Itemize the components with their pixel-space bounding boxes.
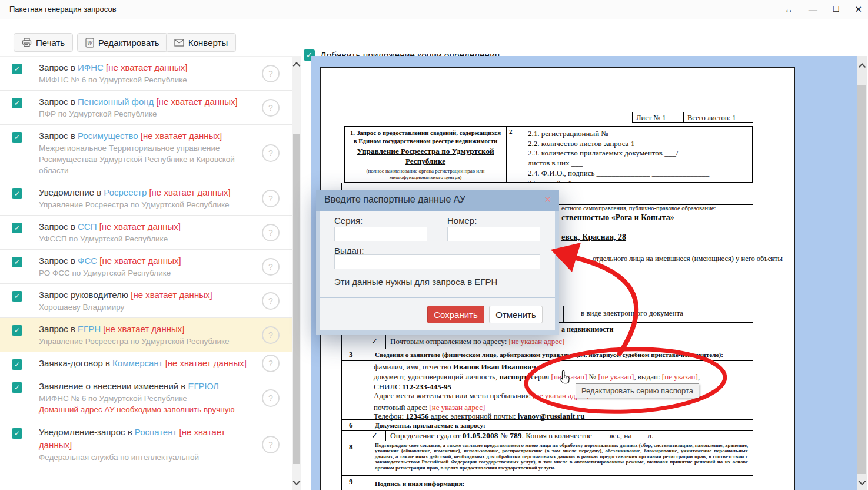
item-checkbox[interactable]: ✓: [12, 223, 22, 233]
help-icon[interactable]: ?: [262, 144, 280, 162]
item-subtitle: Управление Росреестра по Удмуртской Респ…: [39, 336, 254, 347]
row8-number: 8: [349, 442, 353, 452]
item-link[interactable]: Росреестр: [104, 187, 147, 197]
save-button[interactable]: Сохранить: [427, 306, 484, 323]
postal-address[interactable]: почтовый адрес: [не указан адрес]: [374, 403, 485, 412]
list-item[interactable]: ✓Запрос в ЕГРН [не хватает данных]Управл…: [0, 318, 292, 352]
item-text: Запрос в Пенсионный фонд [не хватает дан…: [39, 95, 254, 120]
cancel-button[interactable]: Отменить: [489, 306, 543, 323]
preview-scrollbar[interactable]: [857, 56, 867, 490]
list-item[interactable]: ✓Уведомление-запрос в Роспатент [не хват…: [0, 421, 292, 468]
list-item[interactable]: ✓Заявка-договор в Коммерсант [не хватает…: [0, 352, 292, 375]
edit-button[interactable]: W Редактировать: [77, 33, 168, 52]
help-icon[interactable]: ?: [262, 190, 280, 207]
item-title-text: Запрос в: [39, 221, 78, 231]
list-scrollbar-thumb[interactable]: [293, 134, 300, 464]
list-item[interactable]: ✓Запрос в Пенсионный фонд [не хватает да…: [0, 91, 292, 125]
print-label: Печать: [36, 38, 65, 48]
item-checkbox[interactable]: ✓: [12, 257, 22, 267]
item-checkbox[interactable]: ✓: [12, 291, 22, 302]
help-icon[interactable]: ?: [262, 326, 280, 344]
list-item[interactable]: ✓Запрос в ФСС [не хватает данных]РО ФСС …: [0, 250, 292, 284]
help-icon[interactable]: ?: [262, 65, 280, 82]
print-button[interactable]: Печать: [14, 33, 73, 52]
close-icon[interactable]: ✕: [854, 0, 862, 19]
item-link[interactable]: ССП: [78, 221, 97, 231]
attachment-row: Определение суда от 01.05.2008 № 789. Ко…: [390, 431, 654, 441]
registration-org: Управление Росреестра по Удмуртской Респ…: [345, 146, 506, 166]
passport-dialog-titlebar[interactable]: Введите паспортные данные АУ ✕: [316, 190, 559, 211]
item-checkbox[interactable]: ✓: [12, 98, 22, 108]
help-icon[interactable]: ?: [262, 355, 280, 372]
number-input[interactable]: [447, 227, 540, 241]
item-link[interactable]: Пенсионный фонд: [78, 97, 154, 107]
missing-data-flag: [не хватает данных]: [149, 187, 230, 197]
envelopes-button[interactable]: Конверты: [166, 33, 236, 52]
item-text: Заявление о внесении изменений в ЕГРЮЛМИ…: [39, 380, 254, 416]
applicant-address[interactable]: Адрес места жительства или места пребыва…: [374, 391, 588, 400]
issued-input[interactable]: [334, 254, 540, 269]
help-icon[interactable]: ?: [262, 99, 280, 117]
item-text: Уведомление-запрос в Роспатент [не хвата…: [39, 426, 254, 463]
number-label: Номер:: [447, 216, 477, 226]
item-checkbox[interactable]: ✓: [12, 64, 22, 74]
list-item[interactable]: ✓Запрос руководителю [не хватает данных]…: [0, 284, 292, 318]
item-link[interactable]: Росимущество: [78, 131, 138, 141]
maximize-icon[interactable]: ☐: [833, 0, 840, 19]
help-icon[interactable]: ?: [262, 292, 280, 310]
applicant-passport-line[interactable]: документ, удостоверяющий личность, паспо…: [374, 372, 700, 382]
item-link[interactable]: ЕГРЮЛ: [188, 381, 218, 391]
list-item[interactable]: ✓Заявление о внесении изменений в ЕГРЮЛМ…: [0, 375, 292, 421]
scroll-up-icon[interactable]: [293, 62, 301, 69]
item-checkbox[interactable]: ✓: [12, 428, 22, 439]
missing-data-flag: [не хватает данных]: [156, 97, 237, 107]
item-text: Запрос в Росимущество [не хватает данных…: [39, 130, 254, 176]
missing-data-flag: [не хватает данных]: [141, 131, 222, 141]
item-title-text: Запрос в: [39, 131, 78, 141]
item-link[interactable]: Коммерсант: [112, 358, 162, 368]
help-icon[interactable]: ?: [262, 258, 280, 276]
toolbar: Печать W Редактировать Конверты ✓ Добави…: [0, 19, 868, 56]
preview-scroll-up-icon[interactable]: [858, 63, 866, 71]
item-link[interactable]: ФСС: [78, 256, 97, 266]
item-checkbox[interactable]: ✓: [12, 325, 22, 336]
help-icon[interactable]: ?: [262, 436, 280, 453]
request-title-cell: 1. Запрос о предоставлении сведений, сод…: [345, 127, 507, 182]
missing-data-flag: [не хватает данных]: [106, 62, 187, 72]
preview-scrollbar-thumb[interactable]: [857, 85, 866, 474]
item-checkbox[interactable]: ✓: [12, 359, 22, 370]
minimize-icon[interactable]: —: [809, 0, 817, 19]
series-input[interactable]: [334, 227, 427, 241]
resize-horizontal-icon[interactable]: ↔: [784, 0, 793, 19]
item-link[interactable]: ЕГРН: [78, 324, 101, 334]
item-title: Уведомление-запрос в Роспатент [не хвата…: [39, 426, 254, 452]
dialog-close-icon[interactable]: ✕: [544, 194, 551, 205]
item-subtitle: МИФНС № 6 по Удмуртской Республике: [39, 74, 254, 85]
postal-row[interactable]: Почтовым отправлением по адресу: [не ука…: [390, 337, 564, 346]
preview-scroll-down-icon[interactable]: [858, 478, 866, 485]
help-icon[interactable]: ?: [262, 224, 280, 241]
item-subtitle: Межрегиональное Территориальное управлен…: [39, 143, 254, 176]
item-link[interactable]: ИФНС: [78, 62, 104, 72]
item-checkbox[interactable]: ✓: [12, 132, 22, 143]
edit-label: Редактировать: [98, 38, 159, 48]
help-icon[interactable]: ?: [262, 389, 280, 407]
list-scrollbar[interactable]: [292, 56, 301, 490]
item-title: Уведомление в Росреестр [не хватает данн…: [39, 186, 254, 199]
scroll-down-icon[interactable]: [293, 478, 301, 485]
item-text: Заявка-договор в Коммерсант [не хватает …: [39, 357, 254, 370]
item-subtitle: РО ФСС по Удмуртской Республике: [39, 267, 254, 279]
item-title-text: Запрос руководителю: [39, 290, 131, 300]
list-item[interactable]: ✓Запрос в Росимущество [не хватает данны…: [0, 125, 292, 181]
request-list: ✓Запрос в ИФНС [не хватает данных]МИФНС …: [0, 56, 292, 490]
item-link[interactable]: Роспатент: [135, 427, 177, 437]
list-item[interactable]: ✓Запрос в ССП [не хватает данных]УФССП п…: [0, 216, 292, 250]
item-subtitle: ПФР по Удмуртской Республике: [39, 108, 254, 120]
frag-address: евск, Красная, 28: [561, 233, 626, 242]
series-label: Серия:: [334, 216, 363, 226]
item-checkbox[interactable]: ✓: [12, 188, 22, 199]
list-item[interactable]: ✓Запрос в ИФНС [не хватает данных]МИФНС …: [0, 57, 292, 91]
item-text: Запрос в ИФНС [не хватает данных]МИФНС №…: [39, 61, 254, 85]
list-item[interactable]: ✓Уведомление в Росреестр [не хватает дан…: [0, 181, 292, 216]
item-checkbox[interactable]: ✓: [12, 382, 22, 393]
